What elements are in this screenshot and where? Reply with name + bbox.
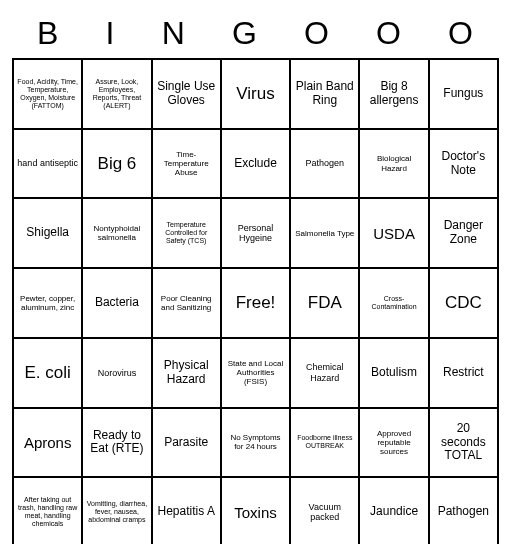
bingo-cell[interactable]: Botulism	[359, 338, 428, 408]
bingo-cell[interactable]: Jaundice	[359, 477, 428, 544]
bingo-cell[interactable]: Virus	[221, 59, 290, 129]
bingo-cell[interactable]: Aprons	[13, 408, 82, 478]
bingo-cell[interactable]: No Symptoms for 24 hours	[221, 408, 290, 478]
bingo-cell[interactable]: Pewter, copper, aluminum, zinc	[13, 268, 82, 338]
bingo-cell[interactable]: Exclude	[221, 129, 290, 199]
bingo-cell[interactable]: Pathogen	[290, 129, 359, 199]
bingo-cell[interactable]: Salmonella Type	[290, 198, 359, 268]
bingo-cell[interactable]: Fungus	[429, 59, 498, 129]
bingo-cell[interactable]: Biological Hazard	[359, 129, 428, 199]
bingo-cell[interactable]: USDA	[359, 198, 428, 268]
header-letter: N	[162, 15, 186, 52]
bingo-cell[interactable]: 20 seconds TOTAL	[429, 408, 498, 478]
bingo-cell[interactable]: State and Local Authorities (FSIS)	[221, 338, 290, 408]
bingo-cell[interactable]: Temperature Controlled for Safety (TCS)	[152, 198, 221, 268]
bingo-cell[interactable]: Shigella	[13, 198, 82, 268]
bingo-cell[interactable]: Single Use Gloves	[152, 59, 221, 129]
bingo-cell[interactable]: E. coli	[13, 338, 82, 408]
bingo-cell[interactable]: Toxins	[221, 477, 290, 544]
bingo-cell[interactable]: After taking out trash, handling raw mea…	[13, 477, 82, 544]
bingo-cell[interactable]: Hepatitis A	[152, 477, 221, 544]
bingo-cell[interactable]: FDA	[290, 268, 359, 338]
header-letter: G	[232, 15, 258, 52]
bingo-cell[interactable]: hand antiseptic	[13, 129, 82, 199]
bingo-cell[interactable]: Big 8 allergens	[359, 59, 428, 129]
bingo-cell[interactable]: Assure, Look, Employees, Reports, Threat…	[82, 59, 151, 129]
bingo-cell[interactable]: Restrict	[429, 338, 498, 408]
bingo-cell[interactable]: Nontyphoidal salmonella	[82, 198, 151, 268]
bingo-cell[interactable]: Big 6	[82, 129, 151, 199]
bingo-cell[interactable]: Poor Cleaning and Sanitizing	[152, 268, 221, 338]
bingo-cell[interactable]: Personal Hygeine	[221, 198, 290, 268]
header-letter: I	[106, 15, 116, 52]
header-letter: B	[37, 15, 59, 52]
bingo-cell[interactable]: Time-Temperature Abuse	[152, 129, 221, 199]
bingo-cell[interactable]: Vomitting, diarrhea, fever, nausea, abdo…	[82, 477, 151, 544]
bingo-cell[interactable]: CDC	[429, 268, 498, 338]
bingo-cell[interactable]: Cross-Contamination	[359, 268, 428, 338]
bingo-cell[interactable]: Physical Hazard	[152, 338, 221, 408]
bingo-cell[interactable]: Food, Acidity, Time, Temperature, Oxygen…	[13, 59, 82, 129]
bingo-cell[interactable]: Chemical Hazard	[290, 338, 359, 408]
bingo-cell[interactable]: Approved reputable sources	[359, 408, 428, 478]
bingo-cell[interactable]: Ready to Eat (RTE)	[82, 408, 151, 478]
header-letter: O	[448, 15, 474, 52]
bingo-cell[interactable]: Free!	[221, 268, 290, 338]
bingo-header: B I N G O O O	[12, 15, 499, 52]
bingo-cell[interactable]: Parasite	[152, 408, 221, 478]
header-letter: O	[304, 15, 330, 52]
bingo-cell[interactable]: Danger Zone	[429, 198, 498, 268]
bingo-grid: Food, Acidity, Time, Temperature, Oxygen…	[12, 58, 499, 544]
bingo-cell[interactable]: Foodborne illness OUTBREAK	[290, 408, 359, 478]
bingo-cell[interactable]: Bacteria	[82, 268, 151, 338]
bingo-cell[interactable]: Norovirus	[82, 338, 151, 408]
bingo-cell[interactable]: Pathogen	[429, 477, 498, 544]
bingo-cell[interactable]: Doctor's Note	[429, 129, 498, 199]
bingo-cell[interactable]: Plain Band Ring	[290, 59, 359, 129]
bingo-cell[interactable]: Vacuum packed	[290, 477, 359, 544]
header-letter: O	[376, 15, 402, 52]
